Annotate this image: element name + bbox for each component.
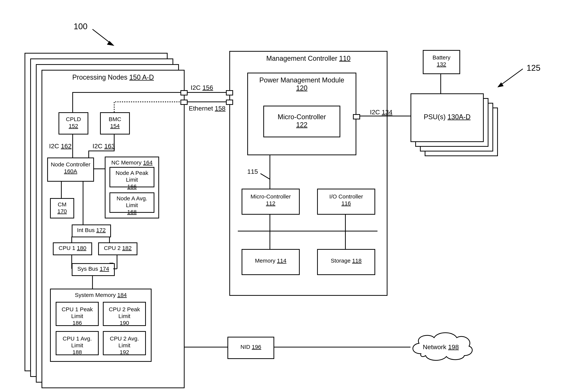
nid-box: NID 196 [228, 337, 274, 359]
sys-bus-box: Sys Bus 174 [72, 263, 115, 276]
cpu2-avg-box: CPU 2 Avg. Limit192 [103, 331, 146, 355]
diagram-canvas: 100 125 Processing Nodes 150 A-D CPLD152… [0, 0, 570, 392]
battery-box: Battery132 [423, 50, 460, 74]
cpu1-box: CPU 1 180 [53, 242, 92, 255]
io-controller-box: I/O Controller116 [317, 189, 375, 215]
ref-115: 115 [247, 168, 258, 175]
pm-port-i2c [353, 114, 360, 119]
int-bus-box: Int Bus 172 [72, 224, 111, 237]
svg-marker-3 [498, 83, 503, 87]
nc-avg-box: Node A Avg. Limit168 [110, 192, 154, 213]
nc-peak-box: Node A Peak Limit166 [110, 167, 154, 187]
storage-118-box: Storage 118 [317, 249, 375, 275]
cpu2-box: CPU 2 182 [98, 242, 137, 255]
ref-100: 100 [74, 22, 87, 31]
pn-port-eth [180, 100, 188, 105]
bmc-box: BMC154 [100, 112, 130, 135]
node-controller-box: Node Controller160A [47, 157, 94, 182]
cpu2-peak-box: CPU 2 Peak Limit190 [103, 302, 146, 326]
svg-line-0 [92, 29, 113, 45]
ref-125: 125 [527, 63, 540, 73]
i2c-163-label: I2C 163 [92, 142, 115, 150]
mc-port-i2c [226, 90, 233, 96]
svg-line-2 [498, 69, 523, 87]
eth-158-label: Ethernet 158 [189, 105, 226, 112]
processing-nodes-title: Processing Nodes 150 A-D [42, 73, 184, 81]
i2c-156-label: I2C 156 [191, 84, 213, 91]
i2c-134-label: I2C 134 [370, 109, 392, 116]
cpu1-peak-box: CPU 1 Peak Limit186 [56, 302, 99, 326]
mc-port-eth [226, 100, 233, 105]
cpu1-avg-box: CPU 1 Avg. Limit188 [56, 331, 99, 355]
cm-box: CM170 [50, 198, 74, 218]
memory-114-box: Memory 114 [242, 249, 300, 275]
svg-marker-1 [108, 42, 113, 45]
pn-port-i2c [180, 90, 188, 96]
i2c-162-label: I2C 162 [49, 142, 71, 150]
psu-box: PSU(s) 130A-D [411, 93, 484, 142]
micro-122-box: Micro-Controller122 [263, 106, 340, 137]
micro-112-box: Micro-Controller112 [242, 189, 300, 215]
network-label: Network 198 [423, 343, 459, 351]
cpld-box: CPLD152 [58, 112, 88, 135]
